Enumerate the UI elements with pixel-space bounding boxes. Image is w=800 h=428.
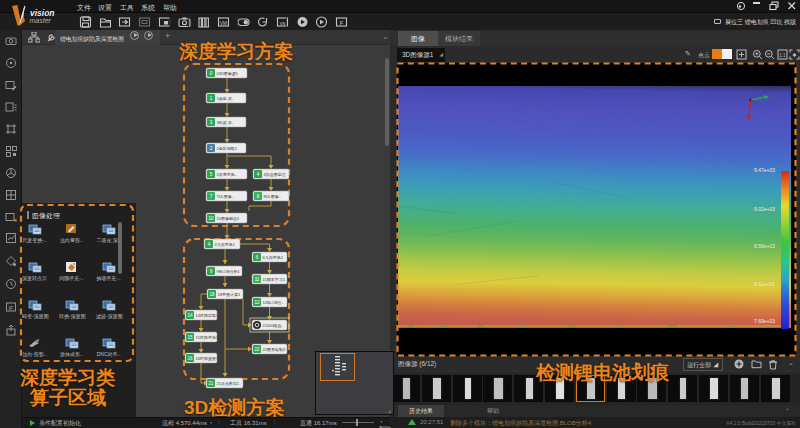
svg-text:21发送数据1: 21发送数据1 [217,381,240,386]
svg-text:9BLOB分析1: 9BLOB分析1 [217,269,241,274]
svg-text:16格阵测量1: 16格阵测量1 [196,356,219,361]
svg-text:22: 22 [254,347,260,352]
svg-text:8DL图像..: 8DL图像.. [264,194,282,199]
svg-text:1:1: 1:1 [779,53,786,58]
svg-text:18: 18 [209,292,215,297]
svg-text:6几何变换2: 6几何变换2 [263,255,284,260]
svg-text:14: 14 [187,313,193,318]
svg-text:5灰度变换..: 5灰度变换.. [217,172,237,177]
svg-text:master: master [30,17,52,24]
svg-text:11脚本学习1: 11脚本学习1 [263,277,286,282]
svg-text:21: 21 [208,381,214,386]
svg-text:7DL图像..: 7DL图像.. [217,194,235,199]
svg-text:15格阵变换1: 15格阵变换1 [196,335,219,340]
svg-text:11: 11 [255,277,260,282]
svg-text:18变量计算1: 18变量计算1 [218,292,241,297]
svg-text:10: 10 [208,216,214,221]
svg-text:vs: vs [280,20,286,26]
svg-text:12: 12 [254,300,260,305]
svg-text:16: 16 [187,356,193,361]
svg-text:IF: IF [9,305,15,311]
svg-text:2色彩抽取1: 2色彩抽取1 [217,146,238,151]
svg-text:14格阵提取1: 14格阵提取1 [196,313,219,318]
svg-text:VM: VM [220,20,228,26]
svg-text:15: 15 [187,335,193,340]
svg-text:12BLOB分..: 12BLOB分.. [263,300,284,305]
svg-text:F: F [340,20,344,26]
svg-text:4几何变换1: 4几何变换1 [215,242,236,247]
svg-text:03D图像源1: 03D图像源1 [217,71,239,76]
svg-text:3映射-灰..: 3映射-灰.. [217,120,235,125]
